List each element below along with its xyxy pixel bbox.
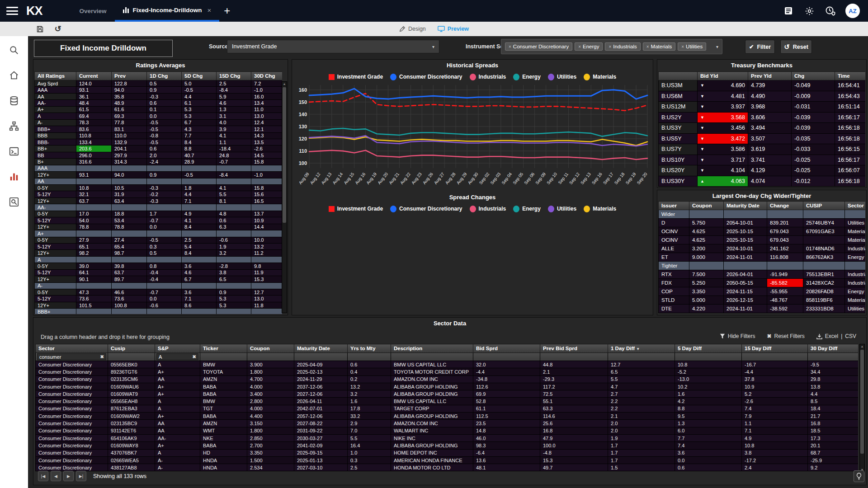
table-row[interactable]: BB296.0297.92.040.724.814.5 bbox=[35, 152, 283, 158]
table-row[interactable]: B:US3M▼4.6904.739-0.04916:54:41 bbox=[659, 80, 866, 91]
column-header[interactable]: CUSIP bbox=[803, 202, 845, 210]
tab-fixed-income-drilldown[interactable]: Fixed-Income-Drilldown × bbox=[115, 0, 220, 22]
legend-item-energy[interactable]: Energy bbox=[513, 74, 541, 80]
pager-next-button[interactable]: ▶ bbox=[63, 471, 74, 481]
table-row[interactable]: A+61.561.60.15.31.311.0 bbox=[35, 106, 283, 113]
query-inspector-icon[interactable] bbox=[8, 196, 20, 208]
table-row[interactable]: COP3.3502024-11-15-55.95520826FAD8Energy bbox=[659, 287, 866, 296]
column-header[interactable]: Prev bbox=[112, 72, 147, 80]
column-header[interactable]: Maturity Date bbox=[294, 344, 348, 353]
column-header[interactable]: 5 Day Diff bbox=[675, 344, 742, 353]
filter-cell[interactable] bbox=[200, 353, 247, 361]
filter-cell[interactable] bbox=[294, 353, 348, 361]
filter-cell[interactable] bbox=[540, 353, 608, 361]
filter-cell[interactable] bbox=[808, 353, 859, 361]
table-row[interactable]: Consumer Discretionary89236TGT6A+TOYOTA1… bbox=[36, 368, 859, 375]
table-row[interactable]: Avg Sprd124.0122.80.55.02.57.2 bbox=[35, 80, 283, 87]
hamburger-menu-icon[interactable] bbox=[6, 7, 18, 15]
table-row[interactable]: Consumer Discretionary02665WEA5A-HNDA1.5… bbox=[36, 456, 859, 464]
column-header[interactable]: Description bbox=[391, 344, 473, 353]
column-header[interactable]: 5D Chg bbox=[182, 72, 217, 80]
filter-button[interactable]: ✔ Filter bbox=[745, 40, 775, 54]
table-row[interactable]: Consumer Discretionary05565EBK0ABMW3.900… bbox=[36, 361, 859, 368]
column-header[interactable]: Bid Yld bbox=[698, 72, 748, 80]
dashboards-charts-icon[interactable] bbox=[8, 171, 20, 183]
table-row[interactable]: 12Y+63.763.4-0.37.18.116.5 bbox=[35, 197, 283, 204]
table-row[interactable]: B:US7Y▼3.5863.619-0.03316:56:15 bbox=[659, 144, 866, 155]
legend-item-investment-grade[interactable]: Investment Grade bbox=[329, 206, 383, 212]
group-row[interactable]: Tighter bbox=[659, 262, 866, 270]
table-row[interactable]: Consumer Discretionary01609WAT9A+BABA3.4… bbox=[36, 390, 859, 398]
legend-item-utilities[interactable]: Utilities bbox=[548, 74, 576, 80]
legend-item-investment-grade[interactable]: Investment Grade bbox=[329, 74, 383, 80]
remove-tag-icon[interactable]: × bbox=[578, 44, 581, 49]
table-row[interactable]: 0-5Y39.039.80.83.6-2.89.8 bbox=[35, 263, 283, 269]
remove-tag-icon[interactable]: × bbox=[646, 44, 649, 49]
group-row[interactable]: AAA bbox=[35, 165, 283, 171]
table-row[interactable]: B:US3Y▼3.4563.494-0.03916:56:18 bbox=[659, 123, 866, 134]
legend-item-consumer-discretionary[interactable]: Consumer Discretionary bbox=[390, 74, 462, 80]
filter-input[interactable]: consumer✖ bbox=[37, 353, 106, 360]
table-row[interactable]: 5-12Y73.673.60.07.15.313.0 bbox=[35, 296, 283, 302]
filter-cell[interactable] bbox=[473, 353, 540, 361]
table-row[interactable]: AA-48.448.90.66.14.613.4 bbox=[35, 100, 283, 106]
table-row[interactable]: 5-12Y65.165.40.35.41.913.2 bbox=[35, 243, 283, 249]
preview-mode-button[interactable]: Preview bbox=[438, 26, 469, 32]
column-header[interactable]: Ticker bbox=[200, 344, 247, 353]
sector-tag[interactable]: ×Industrials bbox=[605, 42, 640, 51]
table-row[interactable]: 0-5Y17.018.81.74.94.813.7 bbox=[35, 211, 283, 217]
table-row[interactable]: B:US30Y▲4.0634.074-0.01216:56:18 bbox=[659, 176, 866, 187]
table-row[interactable]: RTX7.5002026-04-01-91.94975513EBR1Indust… bbox=[659, 270, 866, 279]
table-row[interactable]: BBB+83.683.1-0.54.33.912.1 bbox=[35, 126, 283, 132]
filter-cell[interactable] bbox=[391, 353, 473, 361]
filter-cell[interactable] bbox=[608, 353, 675, 361]
table-row[interactable]: OCINV4.6252025-10-15679.043Materials bbox=[659, 236, 866, 244]
table-row[interactable]: B:US2Y▼3.5683.606-0.03916:56:17 bbox=[659, 112, 866, 123]
sector-tag[interactable]: ×Utilities bbox=[678, 42, 706, 51]
column-header[interactable]: 30 Day Diff bbox=[808, 344, 859, 353]
table-row[interactable]: OCINV4.6252025-10-15679.04367091GAE3Mate… bbox=[659, 227, 866, 236]
table-row[interactable]: AA36.135.8-0.34.45.916.0 bbox=[35, 93, 283, 99]
instrument-sector-multiselect[interactable]: ×Consumer Discretionary×Energy×Industria… bbox=[501, 39, 722, 54]
filter-cell[interactable] bbox=[247, 353, 294, 361]
column-header[interactable] bbox=[659, 72, 698, 80]
insights-bulb-button[interactable] bbox=[854, 470, 864, 482]
clear-filter-icon[interactable]: ✖ bbox=[100, 354, 104, 359]
column-header[interactable]: Current bbox=[76, 72, 112, 80]
legend-item-industrials[interactable]: Industrials bbox=[470, 206, 506, 212]
column-header[interactable]: Issuer bbox=[659, 202, 689, 210]
group-row[interactable]: Wider bbox=[659, 210, 866, 219]
table-row[interactable]: B:US12M▼3.9373.968-0.03116:51:14 bbox=[659, 102, 866, 113]
table-row[interactable]: ET9.0002024-11-01116.808866762AK3Energy bbox=[659, 253, 866, 262]
table-row[interactable]: Consumer Discretionary87612EBA3ATGT4.000… bbox=[36, 405, 859, 412]
add-tab-button[interactable]: + bbox=[224, 0, 230, 22]
table-row[interactable]: Consumer Discretionary437076BK7AHD3.3502… bbox=[36, 449, 859, 456]
remove-tag-icon[interactable]: × bbox=[509, 44, 511, 49]
column-header[interactable]: Time bbox=[835, 72, 866, 80]
table-row[interactable]: 5-12Y54.053.4-0.74.10.610.9 bbox=[35, 217, 283, 224]
column-header[interactable]: 1 Day Diff▾ bbox=[608, 344, 675, 353]
table-row[interactable]: AAA93.194.00.9-0.5-8.4-1.0 bbox=[35, 87, 283, 93]
reset-filters-button[interactable]: ✖ Reset Filters bbox=[767, 333, 804, 339]
grouping-drop-zone[interactable]: Drag a column header and drop it here fo… bbox=[41, 334, 170, 340]
column-header[interactable]: Prev Bid Sprd bbox=[540, 344, 608, 353]
table-row[interactable]: BB+203.6204.10.68.8-18.4-2.6 bbox=[35, 145, 283, 152]
table-row[interactable]: Consumer Discretionary01609WAY8A+BABA2.7… bbox=[36, 442, 859, 449]
table-row[interactable]: B:US6M▼4.4814.490-0.00916:54:43 bbox=[659, 91, 866, 102]
group-row[interactable]: A- bbox=[35, 282, 283, 289]
table-row[interactable]: A-78.377.8-0.56.74.012.4 bbox=[35, 119, 283, 126]
pager-last-button[interactable]: ▶| bbox=[76, 471, 86, 481]
pager-prev-button[interactable]: ◀ bbox=[51, 471, 61, 481]
table-row[interactable]: BBB110.8110.0-0.87.74.114.3 bbox=[35, 132, 283, 139]
table-row[interactable]: B+316.6314.3-2.428.9-0.715.8 bbox=[35, 159, 283, 165]
column-header[interactable]: Maturity Date bbox=[724, 202, 767, 210]
column-header[interactable]: Coupon bbox=[247, 344, 294, 353]
legend-item-industrials[interactable]: Industrials bbox=[470, 74, 506, 80]
column-header[interactable]: Coupon bbox=[689, 202, 724, 210]
table-row[interactable]: D5.7502054-10-01839.20125746UBY4Utilitie… bbox=[659, 219, 866, 227]
hide-filters-button[interactable]: Hide Filters bbox=[720, 333, 755, 339]
save-icon[interactable] bbox=[34, 23, 45, 34]
filter-cell[interactable] bbox=[675, 353, 742, 361]
column-header[interactable]: Sector bbox=[845, 202, 866, 210]
close-tab-icon[interactable]: × bbox=[208, 6, 212, 14]
